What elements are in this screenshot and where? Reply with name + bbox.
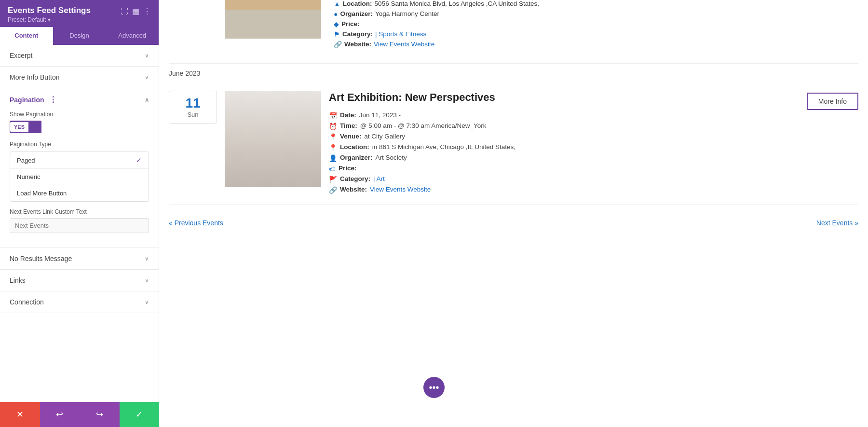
event-time-row: ⏰ Time: @ 5:00 am - @ 7:30 am America/Ne… (329, 122, 797, 130)
event-row-art-exhibition: 11 Sun Art Exhibition: New Perspectives … (169, 83, 858, 205)
event-location-label: Location: (340, 143, 369, 151)
location-icon: ▲ (334, 0, 340, 8)
partial-price-label: Price: (341, 20, 360, 28)
event-website-link[interactable]: View Events Website (370, 186, 431, 193)
sidebar: Events Feed Settings Preset: Default ▾ ⛶… (0, 0, 159, 427)
event-image (225, 91, 321, 187)
event-date-value: Jun 11, 2023 - (359, 111, 401, 119)
layout-icon[interactable]: ▦ (132, 7, 139, 16)
partial-category-label: Category: (342, 30, 373, 38)
pagination-option-numeric[interactable]: Numeric (10, 169, 149, 185)
event-details: Art Exhibition: New Perspectives 📅 Date:… (329, 91, 797, 196)
event-time-label: Time: (340, 122, 357, 129)
more-info-button[interactable]: More Info (807, 93, 858, 110)
partial-category-row: ⚑ Category: | Sports & Fitness (329, 30, 539, 38)
partial-event-details: ▲ Location: 5056 Santa Monica Blvd, Los … (329, 0, 539, 51)
fullscreen-icon[interactable]: ⛶ (121, 7, 128, 16)
event-organizer-value: Art Society (376, 154, 407, 161)
tab-advanced[interactable]: Advanced (106, 27, 159, 45)
section-pagination-header[interactable]: Pagination ⋮ ∧ (0, 88, 159, 111)
event-organizer-row: 👤 Organizer: Art Society (329, 154, 797, 162)
paged-check-icon: ✓ (136, 156, 142, 164)
pagination-content: Show Pagination YES Pagination Type Page… (0, 111, 159, 248)
website-icon: 🔗 (334, 41, 342, 48)
next-link-label: Next Events Link Custom Text (10, 208, 149, 215)
organizer-icon: ● (334, 10, 338, 18)
price-tag-icon: 🏷 (329, 165, 336, 173)
section-links-header[interactable]: Links ∨ (0, 270, 159, 291)
sidebar-header-icons: ⛶ ▦ ⋮ (121, 7, 151, 16)
partial-website-link[interactable]: View Events Website (374, 41, 434, 48)
save-icon: ✓ (136, 409, 143, 420)
undo-icon: ↩ (56, 409, 63, 420)
sidebar-tabs: Content Design Advanced (0, 27, 159, 45)
cancel-button[interactable]: ✕ (0, 402, 40, 427)
connection-chevron-icon: ∨ (145, 299, 149, 305)
tab-design[interactable]: Design (53, 27, 106, 45)
sidebar-footer: ✕ ↩ ↪ ✓ (0, 402, 159, 427)
pagination-option-paged[interactable]: Paged ✓ (10, 152, 149, 169)
partial-category-value[interactable]: | Sports & Fitness (375, 30, 426, 38)
more-info-chevron-icon: ∨ (145, 74, 149, 81)
show-pagination-toggle-row: YES (10, 121, 149, 133)
pagination-type-dropdown: Paged ✓ Numeric Load More Button (10, 152, 149, 202)
calendar-icon: 📅 (329, 112, 337, 120)
show-pagination-toggle[interactable]: YES (10, 121, 41, 133)
event-location-row: 📍 Location: in 861 S Michigan Ave, Chica… (329, 143, 797, 152)
floating-dots-icon: ••• (429, 382, 439, 393)
next-link-input[interactable] (10, 218, 149, 233)
next-events-link[interactable]: Next Events » (816, 219, 858, 227)
sidebar-title: Events Feed Settings (8, 6, 91, 15)
event-website-row: 🔗 Website: View Events Website (329, 186, 797, 194)
section-excerpt: Excerpt ∨ (0, 45, 159, 67)
event-category-row: 🚩 Category: | Art (329, 175, 797, 183)
organizer-person-icon: 👤 (329, 154, 337, 162)
event-price-row: 🏷 Price: (329, 165, 797, 173)
event-date-row: 📅 Date: Jun 11, 2023 - (329, 111, 797, 120)
prev-events-link[interactable]: « Previous Events (169, 219, 223, 227)
section-more-info-header[interactable]: More Info Button ∨ (0, 67, 159, 88)
section-connection-header[interactable]: Connection ∨ (0, 291, 159, 313)
pagination-chevron-icon: ∧ (145, 96, 149, 103)
save-button[interactable]: ✓ (120, 402, 160, 427)
redo-button[interactable]: ↪ (80, 402, 120, 427)
toggle-yes-label[interactable]: YES (10, 122, 29, 132)
section-links: Links ∨ (0, 270, 159, 291)
pagination-nav: « Previous Events Next Events » (169, 209, 858, 232)
event-price-label: Price: (339, 165, 357, 172)
cancel-icon: ✕ (16, 409, 24, 420)
event-date-number: 11 (173, 96, 213, 111)
pagination-option-load-more[interactable]: Load More Button (10, 185, 149, 201)
partial-organizer-value: Yoga Harmony Center (375, 10, 439, 17)
more-options-icon[interactable]: ⋮ (143, 7, 151, 16)
partial-website-label: Website: (344, 41, 371, 48)
tab-content[interactable]: Content (0, 27, 53, 45)
event-date-box: 11 Sun (169, 91, 217, 124)
month-label: June 2023 (169, 64, 858, 77)
section-excerpt-header[interactable]: Excerpt ∨ (0, 45, 159, 66)
website-link-icon: 🔗 (329, 186, 337, 194)
partial-location-value: 5056 Santa Monica Blvd, Los Angeles ,CA … (375, 0, 539, 7)
pagination-options-icon[interactable]: ⋮ (49, 95, 57, 104)
floating-action-button[interactable]: ••• (423, 377, 445, 398)
sidebar-header: Events Feed Settings Preset: Default ▾ ⛶… (0, 0, 159, 27)
section-connection: Connection ∨ (0, 291, 159, 313)
event-title: Art Exhibition: New Perspectives (329, 91, 797, 105)
partial-price-row: ◆ Price: (329, 20, 539, 28)
links-chevron-icon: ∨ (145, 277, 149, 284)
main-content: ▲ Location: 5056 Santa Monica Blvd, Los … (159, 0, 868, 427)
event-location-value: in 861 S Michigan Ave, Chicago ,IL Unite… (372, 143, 515, 151)
next-link-field-group: Next Events Link Custom Text (10, 208, 149, 233)
undo-button[interactable]: ↩ (40, 402, 80, 427)
event-time-value: @ 5:00 am - @ 7:30 am America/New_York (360, 122, 487, 129)
partial-location-label: Location: (343, 0, 372, 7)
toggle-no-area (29, 121, 41, 133)
show-pagination-label: Show Pagination (10, 111, 149, 118)
event-category-label: Category: (340, 175, 370, 182)
redo-icon: ↪ (96, 409, 103, 420)
event-date-day: Sun (173, 111, 213, 118)
price-icon: ◆ (334, 20, 339, 28)
event-category-value[interactable]: | Art (373, 175, 385, 182)
sidebar-preset[interactable]: Preset: Default ▾ (8, 16, 91, 23)
section-no-results-header[interactable]: No Results Message ∨ (0, 248, 159, 269)
